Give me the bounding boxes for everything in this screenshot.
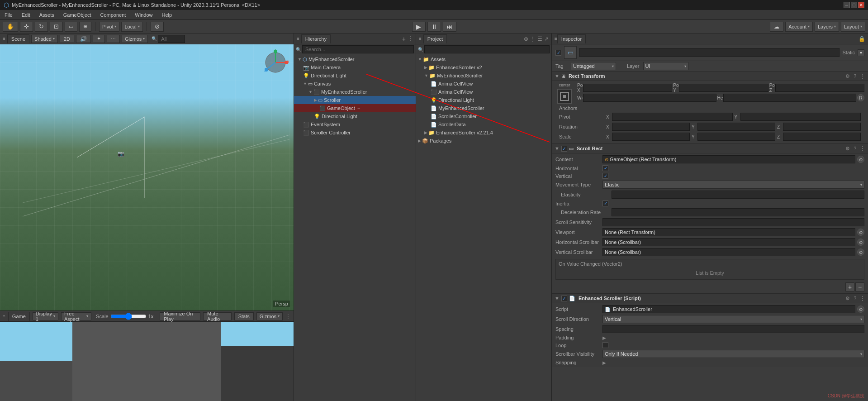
scene-search[interactable] xyxy=(158,35,185,43)
esv2-arrow[interactable]: ▶ xyxy=(424,65,427,70)
scale-slider[interactable] xyxy=(110,313,147,320)
pause-button[interactable]: ⏸ xyxy=(427,22,441,32)
pivot-dropdown[interactable]: Pivot ▾ xyxy=(99,22,119,32)
account-dropdown[interactable]: Account ▾ xyxy=(785,22,813,32)
scale-y-field[interactable]: 1 xyxy=(697,133,775,141)
scene-fx-btn[interactable]: ✦ xyxy=(93,35,105,43)
project-list-view[interactable]: ☰ xyxy=(537,36,542,42)
sr-more-icon[interactable]: ⋮ xyxy=(860,145,865,152)
proj-myes-script[interactable]: 📄 MyEnhancedScroller xyxy=(416,104,551,112)
hierarchy-search-input[interactable] xyxy=(302,45,414,53)
elasticity-field[interactable]: 0.1 xyxy=(612,191,864,199)
v-scrollbar-pick-btn[interactable]: ⊙ xyxy=(857,248,864,256)
r-button[interactable]: R xyxy=(857,94,864,101)
shaded-dropdown[interactable]: Shaded ▾ xyxy=(31,35,58,43)
aspect-dropdown[interactable]: Free Aspect ▾ xyxy=(61,312,91,320)
hier-scroller[interactable]: ▶ ▭ Scroller xyxy=(294,96,416,104)
menu-assets[interactable]: Assets xyxy=(38,11,56,19)
esv2214-arrow[interactable]: ▶ xyxy=(424,130,427,135)
anchor-box[interactable] xyxy=(557,89,572,104)
scale-x-field[interactable]: 1 xyxy=(612,133,690,141)
packages-arrow[interactable]: ▶ xyxy=(418,138,421,143)
maximize-button[interactable]: □ xyxy=(851,2,857,8)
proj-enhanced-scroller-v2[interactable]: ▶ 📁 EnhancedScroller v2 xyxy=(416,63,551,72)
inertia-checkbox[interactable]: ✓ xyxy=(602,200,608,206)
pos-z-field[interactable]: 0 xyxy=(775,84,864,92)
horizontal-checkbox[interactable]: ✓ xyxy=(602,165,608,171)
object-name-field[interactable]: Scroller xyxy=(579,48,840,57)
layers-dropdown[interactable]: Layers ▾ xyxy=(815,22,839,32)
proj-animalcellview-1[interactable]: 📄 AnimalCellView xyxy=(416,80,551,88)
scale-z-field[interactable]: 1 xyxy=(783,133,861,141)
stats-btn[interactable]: Stats xyxy=(234,312,254,320)
rot-x-field[interactable]: 0 xyxy=(612,123,690,131)
scene-tab[interactable]: Scene xyxy=(7,34,29,43)
project-tab[interactable]: Project xyxy=(423,34,447,43)
scene-more-btn[interactable]: ⋯ xyxy=(107,35,120,43)
hier-gameobject[interactable]: ⬛ GameObject ← xyxy=(294,104,416,112)
hierarchy-content[interactable]: ▼ ⬡ MyEnhancedScroller 📷 Main Camera 💡 D… xyxy=(294,54,416,401)
mute-btn[interactable]: Mute Audio xyxy=(203,312,232,320)
es-settings-icon[interactable]: ⚙ xyxy=(845,296,850,301)
rt-settings-icon[interactable]: ⚙ xyxy=(845,73,850,79)
deceleration-field[interactable]: 0.135 xyxy=(612,208,864,216)
rt-more-icon[interactable]: ⋮ xyxy=(860,73,865,79)
hand-tool[interactable]: ✋ xyxy=(3,22,18,32)
layout-dropdown[interactable]: Layout ▾ xyxy=(841,22,865,32)
myscroller-expand-arrow[interactable]: ▼ xyxy=(308,90,313,94)
proj-packages[interactable]: ▶ 📦 Packages xyxy=(416,137,551,145)
assets-arrow[interactable]: ▼ xyxy=(418,57,422,62)
pos-x-field[interactable]: 0 xyxy=(583,84,672,92)
pivot-x-field[interactable]: 0.5 xyxy=(612,113,733,121)
es-script-pick-btn[interactable]: ⊙ xyxy=(857,306,864,313)
hier-scene-root[interactable]: ▼ ⬡ MyEnhancedScroller xyxy=(294,55,416,63)
hierarchy-options[interactable]: ≡ xyxy=(297,36,299,41)
scroll-sensitivity-field[interactable]: 1 xyxy=(602,218,864,226)
maximize-play-btn[interactable]: Maximize On Play xyxy=(160,312,200,320)
menu-gameobject[interactable]: GameObject xyxy=(62,11,93,19)
pivot-y-field[interactable]: 0.5 xyxy=(740,113,861,121)
inspector-lock[interactable]: 🔒 xyxy=(859,36,865,42)
static-dropdown[interactable]: ▾ xyxy=(858,49,864,56)
proj-scrollerdata[interactable]: 📄 ScrollerData xyxy=(416,120,551,129)
es-more-icon[interactable]: ⋮ xyxy=(860,295,865,301)
loop-checkbox[interactable] xyxy=(602,342,608,348)
h-scrollbar-pick-btn[interactable]: ⊙ xyxy=(857,239,864,246)
myenh-arrow[interactable]: ▼ xyxy=(424,73,428,78)
sr-enable-checkbox[interactable]: ✓ xyxy=(561,146,567,152)
proj-myenhanced[interactable]: ▼ 📁 MyEnhancedScroller xyxy=(416,72,551,80)
minimize-button[interactable]: ─ xyxy=(844,2,850,8)
canvas-expand-arrow[interactable]: ▼ xyxy=(303,81,307,86)
rotate-tool[interactable]: ↻ xyxy=(35,22,48,32)
game-options[interactable]: ≡ xyxy=(3,314,5,319)
proj-animalcellview-2[interactable]: ⬛ AnimalCellView xyxy=(416,88,551,96)
expand-arrow[interactable]: ▼ xyxy=(298,57,302,62)
hierarchy-add[interactable]: + xyxy=(402,35,406,43)
height-field[interactable]: 400 xyxy=(723,94,857,102)
some-tool-1[interactable]: ⊘ xyxy=(151,22,164,32)
menu-window[interactable]: Window xyxy=(133,11,154,19)
scroll-rect-header[interactable]: ▼ ✓ ▭ Scroll Rect ⚙ ? ⋮ xyxy=(552,143,868,153)
rect-transform-header[interactable]: ▼ ⊞ Rect Transform ⚙ ? ⋮ xyxy=(552,71,868,81)
content-ref-field[interactable]: ⊙ GameObject (Rect Transform) xyxy=(602,155,855,163)
scrollbar-visibility-dropdown[interactable]: Only If Needed ▾ xyxy=(602,350,864,358)
scroll-direction-dropdown[interactable]: Vertical ▾ xyxy=(602,315,864,323)
proj-scrollercontroller[interactable]: 📄 ScrollerController xyxy=(416,112,551,120)
hier-canvas[interactable]: ▼ ▭ Canvas xyxy=(294,80,416,88)
hier-event-system[interactable]: ⬛ EventSystem xyxy=(294,120,416,129)
local-dropdown[interactable]: Local ▾ xyxy=(121,22,142,32)
h-scrollbar-field[interactable]: None (Scrollbar) xyxy=(602,238,855,246)
hier-scroller-controller[interactable]: ⬛ Scroller Controller xyxy=(294,129,416,137)
proj-assets[interactable]: ▼ 📁 Assets xyxy=(416,55,551,63)
sr-settings-icon[interactable]: ⚙ xyxy=(845,146,850,152)
proj-dir-light[interactable]: 💡 Directional Light xyxy=(416,96,551,104)
rot-y-field[interactable]: 0 xyxy=(697,123,775,131)
display-dropdown[interactable]: Display 1 ▾ xyxy=(33,312,58,320)
vertical-checkbox[interactable]: ✓ xyxy=(602,173,608,179)
close-button[interactable]: ✕ xyxy=(858,2,864,8)
hier-dir-light[interactable]: 💡 Directional Light xyxy=(294,72,416,80)
enhanced-scroller-header[interactable]: ▼ ✓ 📄 Enhanced Scroller (Script) ⚙ ? ⋮ xyxy=(552,293,868,303)
viewport-pick-btn[interactable]: ⊙ xyxy=(857,229,864,236)
spacing-field[interactable]: 0 xyxy=(602,325,864,333)
hierarchy-tab[interactable]: Hierarchy xyxy=(301,34,331,43)
